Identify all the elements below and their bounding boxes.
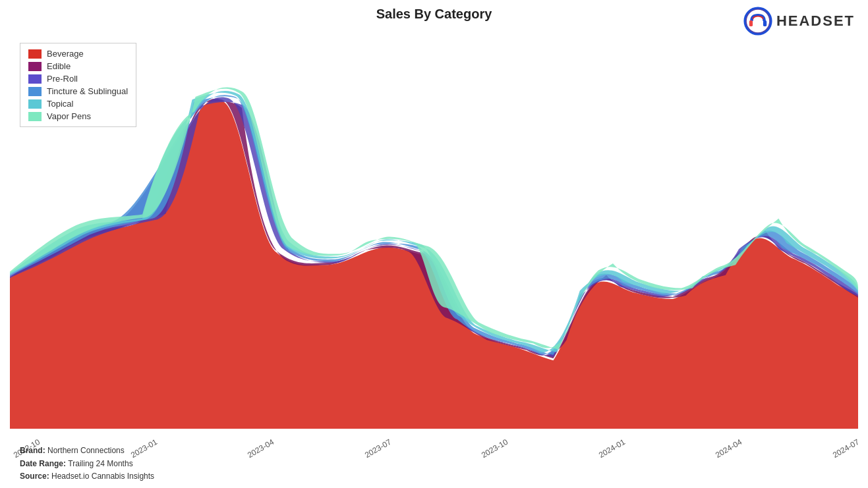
legend-swatch-beverage xyxy=(28,49,42,59)
legend-label-tincture: Tincture & Sublingual xyxy=(47,86,128,96)
x-label-4: 2023-07 xyxy=(363,437,393,460)
legend-item-edible: Edible xyxy=(28,61,128,71)
footer-date-label: Date Range: xyxy=(20,459,68,468)
footer-source-label: Source: xyxy=(20,472,51,481)
footer-brand: Brand: Northern Connections xyxy=(20,445,154,457)
chart-svg xyxy=(10,40,858,429)
x-label-8: 2024-07 xyxy=(831,437,861,460)
logo: HEADSET xyxy=(743,7,855,36)
legend-swatch-preroll xyxy=(28,74,42,84)
footer-date: Date Range: Trailing 24 Months xyxy=(20,458,154,470)
svg-point-0 xyxy=(745,9,771,34)
legend-item-preroll: Pre-Roll xyxy=(28,74,128,84)
svg-rect-1 xyxy=(749,20,753,26)
legend-item-beverage: Beverage xyxy=(28,49,128,59)
chart-header: Sales By Category xyxy=(0,7,868,22)
footer-date-value: Trailing 24 Months xyxy=(68,459,132,468)
legend-swatch-topical xyxy=(28,99,42,109)
legend-label-preroll: Pre-Roll xyxy=(47,74,78,84)
chart-footer: Brand: Northern Connections Date Range: … xyxy=(20,445,154,483)
logo-text: HEADSET xyxy=(776,13,855,30)
legend-swatch-edible xyxy=(28,62,42,71)
svg-rect-2 xyxy=(763,20,767,26)
x-label-6: 2024-01 xyxy=(597,437,627,460)
footer-source: Source: Headset.io Cannabis Insights xyxy=(20,470,154,483)
legend-item-topical: Topical xyxy=(28,99,128,109)
legend-label-edible: Edible xyxy=(47,61,71,71)
chart-title: Sales By Category xyxy=(376,7,492,22)
x-label-3: 2023-04 xyxy=(246,437,275,460)
legend-swatch-tincture xyxy=(28,87,42,96)
legend-item-tincture: Tincture & Sublingual xyxy=(28,86,128,96)
footer-brand-value: Northern Connections xyxy=(47,446,125,455)
x-label-7: 2024-04 xyxy=(714,437,743,460)
headset-logo-icon xyxy=(743,7,772,36)
x-label-5: 2023-10 xyxy=(480,437,509,460)
legend: Beverage Edible Pre-Roll Tincture & Subl… xyxy=(20,43,136,127)
chart-container: Sales By Category HEADSET Beverage xyxy=(0,0,868,488)
legend-label-vapor: Vapor Pens xyxy=(47,111,91,121)
legend-label-topical: Topical xyxy=(47,99,73,109)
legend-swatch-vapor xyxy=(28,112,42,121)
footer-brand-label: Brand: xyxy=(20,446,47,455)
legend-item-vapor: Vapor Pens xyxy=(28,111,128,121)
legend-label-beverage: Beverage xyxy=(47,49,84,59)
chart-area xyxy=(10,40,858,429)
footer-source-value: Headset.io Cannabis Insights xyxy=(51,472,154,481)
